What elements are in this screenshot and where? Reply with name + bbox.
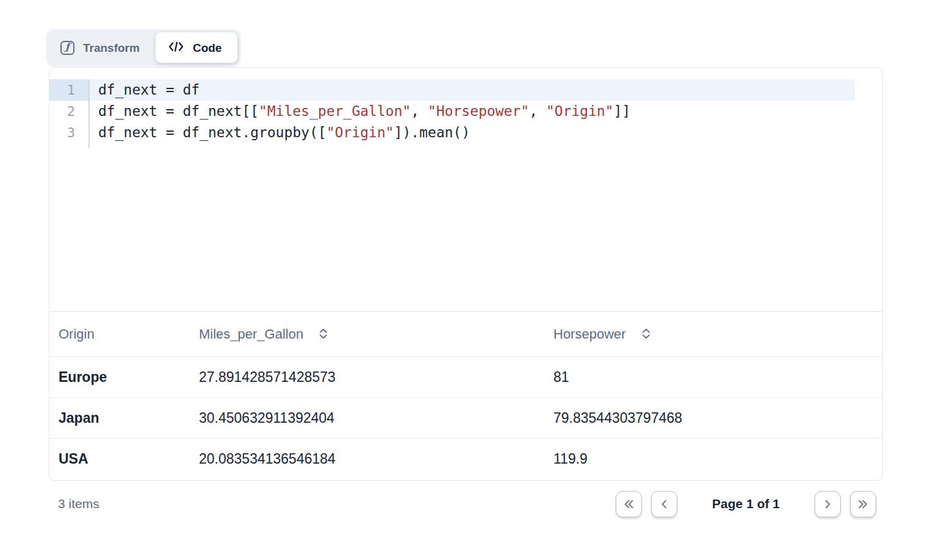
code-panel: 123 df_next = dfdf_next = df_next[["Mile…: [49, 67, 883, 481]
tab-transform-label: Transform: [83, 42, 140, 54]
column-header[interactable]: Miles_per_Gallon: [190, 312, 544, 357]
double-chevron-right-icon: [856, 497, 870, 511]
column-header: Origin: [49, 312, 190, 357]
editor-code: df_next = dfdf_next = df_next[["Miles_pe…: [90, 79, 882, 143]
next-page-button[interactable]: [815, 491, 841, 517]
result-table: OriginMiles_per_GallonHorsepower Europe2…: [49, 311, 882, 479]
column-header-label: Miles_per_Gallon: [199, 326, 303, 342]
code-token: df_next = df_next[[: [98, 103, 259, 119]
items-count: 3 items: [58, 497, 99, 511]
sort-icon[interactable]: [641, 328, 652, 340]
tab-code-label: Code: [193, 42, 222, 54]
code-token: ]]: [614, 103, 631, 119]
table-row: Europe27.89142857142857381: [49, 357, 882, 398]
tab-code[interactable]: Code: [156, 32, 238, 63]
code-token: ]).mean(): [394, 124, 470, 140]
editor-gutter: 123: [49, 79, 90, 148]
table-footer: 3 items Page 1 of 1: [49, 486, 883, 522]
data-cell: 81: [544, 357, 882, 398]
view-switcher: ƒ Transform Code: [46, 29, 240, 66]
chevron-left-icon: [657, 497, 671, 511]
data-cell: 30.450632911392404: [190, 398, 544, 439]
code-token: ,: [529, 103, 546, 119]
data-cell: 20.083534136546184: [190, 439, 544, 479]
last-page-button[interactable]: [850, 491, 876, 517]
function-icon: ƒ: [60, 41, 74, 55]
pagination: Page 1 of 1: [616, 491, 876, 517]
data-cell: 27.891428571428573: [190, 357, 544, 398]
code-token: df_next = df_next.groupby([: [98, 124, 326, 140]
sort-icon[interactable]: [318, 328, 329, 340]
string-token: "Origin": [326, 124, 394, 140]
code-token: df_next = df: [98, 82, 200, 98]
code-line[interactable]: df_next = df_next.groupby(["Origin"]).me…: [90, 122, 855, 143]
row-header-cell: Japan: [49, 398, 190, 439]
data-cell: 79.83544303797468: [544, 398, 882, 439]
line-number: 1: [49, 79, 88, 101]
column-header[interactable]: Horsepower: [544, 312, 882, 357]
table-body: Europe27.89142857142857381Japan30.450632…: [49, 357, 882, 479]
row-header-cell: USA: [49, 439, 190, 479]
code-icon: [168, 40, 184, 56]
table-row: USA20.083534136546184119.9: [49, 439, 882, 479]
column-header-label: Origin: [59, 326, 95, 342]
table-row: Japan30.45063291139240479.83544303797468: [49, 398, 882, 439]
line-number: 3: [49, 122, 88, 143]
data-cell: 119.9: [544, 439, 882, 479]
string-token: "Horsepower": [428, 103, 529, 119]
double-chevron-left-icon: [622, 497, 636, 511]
code-line[interactable]: df_next = df_next[["Miles_per_Gallon", "…: [90, 101, 855, 122]
chevron-right-icon: [821, 497, 835, 511]
line-number: 2: [49, 101, 88, 122]
table-header-row: OriginMiles_per_GallonHorsepower: [49, 312, 882, 357]
page-indicator: Page 1 of 1: [712, 497, 780, 511]
first-page-button[interactable]: [616, 491, 642, 517]
code-line[interactable]: df_next = df: [90, 79, 855, 101]
code-editor[interactable]: 123 df_next = dfdf_next = df_next[["Mile…: [49, 68, 882, 311]
string-token: "Miles_per_Gallon": [259, 103, 411, 119]
row-header-cell: Europe: [49, 357, 190, 398]
tab-transform[interactable]: ƒ Transform: [49, 34, 156, 62]
prev-page-button[interactable]: [651, 491, 677, 517]
code-token: ,: [411, 103, 428, 119]
column-header-label: Horsepower: [553, 326, 626, 342]
string-token: "Origin": [546, 103, 614, 119]
